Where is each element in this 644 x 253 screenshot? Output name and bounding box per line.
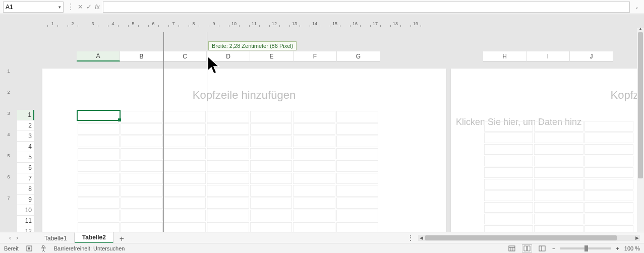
status-bar: Bereit Barrierefreiheit: Untersuchen − +…	[0, 243, 644, 253]
ruler-tick: 1	[42, 21, 63, 26]
row-header-2[interactable]: 2	[17, 120, 34, 131]
ruler-tick: 6	[143, 21, 163, 26]
accessibility-icon[interactable]	[40, 245, 47, 252]
ruler-tick: 18	[385, 21, 405, 26]
row-header-3[interactable]: 3	[17, 131, 34, 142]
separator: ⋮	[67, 2, 75, 12]
column-width-tooltip: Breite: 2,28 Zentimeter (86 Pixel)	[208, 41, 297, 50]
ruler-tick: 2	[63, 21, 83, 26]
column-header-a[interactable]: A	[77, 51, 120, 61]
column-header-i[interactable]: I	[526, 51, 570, 61]
row-header-10[interactable]: 10	[17, 205, 34, 216]
row-header-12[interactable]: 12	[17, 226, 34, 232]
ruler-tick: 7	[163, 21, 184, 26]
tab-nav: ‹ ›	[0, 234, 27, 241]
zoom-in-button[interactable]: +	[616, 245, 619, 251]
ruler-tick: 8	[184, 21, 204, 26]
ruler-tick: 4	[103, 21, 123, 26]
ruler-tick: 5	[4, 153, 13, 174]
column-header-h[interactable]: H	[483, 51, 526, 61]
status-ready: Bereit	[4, 245, 19, 251]
column-headers-page2: H I J	[483, 51, 613, 61]
ruler-tick: 4	[4, 132, 13, 153]
svg-rect-8	[528, 246, 530, 251]
scroll-right-icon[interactable]: ▶	[634, 235, 640, 240]
ruler-tick: 14	[305, 21, 325, 26]
tab-prev-icon[interactable]: ‹	[9, 234, 11, 241]
cell-grid[interactable]	[77, 110, 379, 232]
active-cell-a1[interactable]	[77, 110, 121, 121]
ruler-tick: 13	[284, 21, 305, 26]
column-headers: A B C D E F G	[77, 51, 380, 61]
horizontal-ruler: 1 2 3 4 5 6 7 8 9 10 11 12 13 14 15 16 1…	[42, 19, 426, 28]
spreadsheet-area: 1 2 3 4 5 6 7 8 9 10 11 12 13 14 15 16 1…	[0, 14, 644, 232]
tab-options-icon[interactable]: ⋮	[407, 234, 414, 242]
ruler-tick: 19	[405, 21, 426, 26]
formula-bar: A1 ▾ ⋮ ✕ ✓ fx ⌄	[0, 0, 644, 14]
ruler-tick: 2	[4, 90, 13, 111]
zoom-out-button[interactable]: −	[552, 245, 555, 251]
vertical-scrollbar[interactable]: ▲ ▼	[637, 28, 644, 232]
view-page-layout-button[interactable]	[522, 244, 532, 252]
scroll-thumb[interactable]	[638, 32, 643, 178]
chevron-down-icon[interactable]: ▾	[58, 5, 61, 10]
expand-formula-bar-icon[interactable]: ⌄	[633, 5, 641, 10]
view-normal-button[interactable]	[507, 244, 517, 252]
scroll-left-icon[interactable]: ◀	[418, 235, 424, 240]
ruler-tick: 10	[224, 21, 244, 26]
column-header-g[interactable]: G	[337, 51, 380, 61]
row-header-5[interactable]: 5	[17, 152, 34, 163]
row-header-9[interactable]: 9	[17, 195, 34, 205]
zoom-slider[interactable]	[560, 247, 611, 249]
view-page-break-button[interactable]	[537, 244, 547, 252]
tab-next-icon[interactable]: ›	[16, 234, 18, 241]
resize-origin-line	[163, 32, 164, 232]
sheet-tab-bar: ‹ › Tabelle1 Tabelle2 + ⋮ ◀ ▶	[0, 232, 644, 243]
cancel-icon[interactable]: ✕	[78, 3, 83, 11]
column-header-e[interactable]: E	[250, 51, 294, 61]
sheet-tab-tabelle1[interactable]: Tabelle1	[37, 233, 75, 243]
scroll-up-icon[interactable]: ▲	[637, 26, 644, 32]
horizontal-scrollbar[interactable]: ◀ ▶	[418, 235, 640, 241]
add-sheet-button[interactable]: +	[113, 234, 130, 243]
row-header-4[interactable]: 4	[17, 142, 34, 152]
row-header-6[interactable]: 6	[17, 163, 34, 173]
vertical-ruler: 1 2 3 4 5 6 7	[4, 69, 13, 217]
sheet-tab-tabelle2[interactable]: Tabelle2	[75, 232, 113, 243]
formula-input[interactable]	[103, 2, 630, 13]
ruler-tick: 17	[365, 21, 385, 26]
hscroll-thumb[interactable]	[425, 235, 617, 240]
zoom-level-label[interactable]: 100 %	[624, 245, 640, 251]
enter-icon[interactable]: ✓	[86, 3, 92, 11]
ruler-tick: 12	[264, 21, 284, 26]
formula-bar-icons: ✕ ✓ fx	[78, 3, 100, 11]
ruler-tick: 15	[325, 21, 345, 26]
ruler-tick: 5	[123, 21, 143, 26]
ruler-tick: 9	[204, 21, 224, 26]
header-placeholder[interactable]: Kopfzei	[451, 69, 644, 112]
name-box[interactable]: A1 ▾	[3, 2, 64, 13]
zoom-knob[interactable]	[584, 245, 588, 251]
column-header-j[interactable]: J	[570, 51, 613, 61]
row-header-7[interactable]: 7	[17, 173, 34, 184]
accessibility-label[interactable]: Barrierefreiheit: Untersuchen	[54, 245, 125, 251]
ruler-tick: 16	[345, 21, 365, 26]
svg-rect-7	[524, 246, 526, 251]
ruler-tick: 6	[4, 174, 13, 196]
sheet-tabs: Tabelle1 Tabelle2 +	[37, 232, 130, 243]
cell-grid-page2[interactable]	[483, 120, 634, 232]
ruler-tick: 11	[244, 21, 264, 26]
column-header-f[interactable]: F	[294, 51, 337, 61]
row-headers: 1 2 3 4 5 6 7 8 9 10 11 12 13	[17, 110, 34, 232]
row-header-11[interactable]: 11	[17, 216, 34, 226]
row-header-1[interactable]: 1	[17, 110, 34, 120]
column-header-b[interactable]: B	[120, 51, 163, 61]
svg-rect-9	[539, 246, 545, 251]
ruler-tick: 7	[4, 196, 13, 217]
ruler-tick: 1	[4, 69, 13, 90]
macro-record-icon[interactable]	[26, 245, 33, 252]
fx-icon[interactable]: fx	[95, 3, 100, 11]
svg-rect-3	[509, 246, 515, 251]
column-header-c[interactable]: C	[163, 51, 207, 61]
row-header-8[interactable]: 8	[17, 184, 34, 195]
